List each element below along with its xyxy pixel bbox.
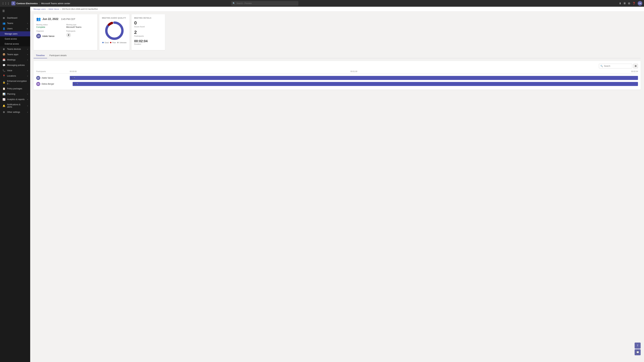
meeting-date: Jun 22, 2022: [42, 17, 58, 21]
bar-icons-debra: 📞 🎤: [74, 83, 78, 85]
search-input[interactable]: [231, 1, 298, 6]
timeline-bar-adele[interactable]: 📞 🎤: [70, 76, 638, 80]
sidebar-label-messaging: Messaging policies: [7, 64, 28, 66]
bar-icons-adele: 📞 🎤: [71, 77, 75, 79]
chevron-down-icon-users: ∨: [27, 28, 28, 30]
organizer-name: Adele Vance: [42, 35, 54, 37]
sidebar-label-enhanced-enc: Enhanced encryption p...: [7, 80, 28, 85]
sidebar-item-analytics[interactable]: 📈 Analytics & reports ›: [0, 97, 30, 102]
sidebar-item-planning[interactable]: 📊 Planning ›: [0, 91, 30, 97]
sidebar-item-teams-apps[interactable]: 📦 Teams apps ›: [0, 52, 30, 57]
sidebar-item-policy-packages[interactable]: 📋 Policy packages: [0, 86, 30, 91]
breadcrumb-user-name[interactable]: Adele Vance: [48, 8, 59, 10]
breadcrumb: Manage users › Adele Vance › 05576c42-08…: [30, 7, 644, 11]
timeline-filter-button[interactable]: ⚙: [633, 64, 638, 68]
help-icon[interactable]: ❓: [632, 2, 636, 5]
app-title: Microsoft Teams admin center: [41, 2, 70, 5]
meeting-icon: 👥: [36, 17, 41, 21]
meeting-details-card: MEETING DETAILS 0 Issues found 2 Partici…: [132, 14, 165, 50]
meeting-summary-header: 👥 Jun 22, 2022 3:45 PM CDT: [36, 17, 94, 21]
tick-0: 00:00:00: [70, 70, 77, 72]
meeting-summary-card: 👥 Jun 22, 2022 3:45 PM CDT Meeting statu…: [34, 14, 97, 50]
sidebar-item-guest-access[interactable]: Guest access: [0, 36, 30, 41]
sidebar-item-notifications[interactable]: 🔔 Notifications & alerts ›: [0, 102, 30, 109]
legend-good: Good: [102, 42, 109, 43]
meeting-time: 3:45 PM CDT: [61, 18, 75, 20]
sidebar-item-users[interactable]: 👤 Users ∨: [0, 26, 30, 31]
good-dot: [102, 42, 104, 43]
tab-timeline[interactable]: Timeline: [34, 53, 47, 58]
participants-detail-count: 2: [134, 30, 162, 35]
sidebar-item-teams[interactable]: 👥 Teams ›: [0, 21, 30, 26]
meetings-icon: 📅: [2, 58, 5, 61]
timeline-toolbar: 🔍 ⚙: [36, 64, 638, 68]
sidebar-item-voice[interactable]: 📞 Voice ›: [0, 68, 30, 73]
organizer-row: AV Adele Vance: [36, 34, 64, 38]
locations-icon: 📍: [2, 75, 5, 77]
hamburger-icon[interactable]: ☰: [0, 8, 30, 14]
chevron-meetings: ›: [27, 59, 28, 61]
sidebar-item-external-access[interactable]: External access: [0, 41, 30, 46]
logo-icon: T: [12, 1, 16, 5]
breadcrumb-manage-users[interactable]: Manage users: [34, 8, 46, 10]
poor-dot: [110, 42, 111, 43]
timeline-grid: Participants 00:00:00 00:01:00 00:02:04 …: [36, 70, 638, 87]
app-logo: T Contoso Electronics: [12, 1, 38, 5]
sidebar-item-meetings[interactable]: 📅 Meetings ›: [0, 57, 30, 62]
legend-unknown: Unknown: [117, 42, 126, 43]
chevron-voice: ›: [27, 70, 28, 71]
other-settings-icon: ⚙: [2, 111, 5, 113]
teams-devices-icon: 🖥: [2, 48, 5, 50]
phone-icon-debra: 📞: [74, 83, 76, 85]
organizer-field: Organizer AV Adele Vance: [36, 30, 64, 38]
sidebar-label-policy-packages: Policy packages: [7, 87, 28, 90]
sidebar-item-enhanced-enc[interactable]: 🔒 Enhanced encryption p...: [0, 79, 30, 86]
topbar-search: 🔍: [231, 1, 298, 6]
company-name: Contoso Electronics: [16, 2, 38, 5]
download-icon[interactable]: ⬇: [619, 2, 621, 5]
participants-detail-row: 2 Participants: [134, 30, 162, 37]
sidebar-item-other-settings[interactable]: ⚙ Other settings ›: [0, 109, 30, 115]
sidebar-item-locations[interactable]: 📍 Locations ›: [0, 73, 30, 79]
user-avatar[interactable]: CA: [638, 1, 642, 6]
participants-col-header: Participants: [36, 70, 70, 72]
breadcrumb-meeting-id: 05576c42-08c3-4568-ab4f-917ab28ef05d: [62, 8, 98, 10]
chevron-teams-devices: ›: [27, 48, 28, 50]
waffle-icon[interactable]: ⋮⋮⋮: [2, 2, 10, 5]
sidebar-label-guest-access: Guest access: [5, 38, 28, 40]
settings-icon[interactable]: ⚙: [628, 2, 630, 5]
sidebar-item-messaging[interactable]: 💬 Messaging policies: [0, 62, 30, 68]
cards-row: 👥 Jun 22, 2022 3:45 PM CDT Meeting statu…: [34, 14, 641, 50]
meeting-type-value: Microsoft Teams: [66, 26, 94, 28]
sidebar-label-teams-apps: Teams apps: [7, 53, 26, 56]
duration-label: Duration: [134, 43, 162, 45]
floating-help-btn-2[interactable]: 💬: [634, 349, 641, 355]
policy-icon: 📋: [2, 87, 5, 90]
screen-icon[interactable]: 🖥: [623, 2, 626, 5]
floating-help-btn-1[interactable]: T: [634, 343, 641, 349]
notifications-icon: 🔔: [2, 104, 5, 107]
timeline-section: 🔍 ⚙ Participants 00:00:00 00:01:00 00:02…: [34, 61, 641, 90]
topbar: ⋮⋮⋮ T Contoso Electronics Microsoft Team…: [0, 0, 644, 7]
mic-icon-adele: 🎤: [73, 77, 75, 79]
main-content: Manage users › Adele Vance › 05576c42-08…: [30, 7, 644, 362]
phone-icon-adele: 📞: [71, 77, 72, 79]
timeline-search-icon: 🔍: [600, 65, 603, 67]
meeting-type-label: Meeting type: [66, 24, 94, 26]
chevron-down-icon: ›: [27, 22, 28, 24]
avatar-adele: AV: [36, 76, 40, 80]
topbar-divider: [39, 2, 40, 5]
timeline-bar-debra[interactable]: 📞 🎤: [72, 82, 638, 86]
encryption-icon: 🔒: [2, 81, 5, 84]
sidebar-item-manage-users[interactable]: Manage users: [0, 31, 30, 36]
app-body: ☰ ⊞ Dashboard 👥 Teams › 👤 Users ∨ Manage…: [0, 7, 644, 362]
sidebar-item-dashboard[interactable]: ⊞ Dashboard: [0, 15, 30, 21]
sidebar-label-notifications: Notifications & alerts: [7, 103, 26, 108]
meeting-fields: Meeting status Complete Meeting type Mic…: [36, 24, 94, 28]
sidebar-item-teams-devices[interactable]: 🖥 Teams devices ›: [0, 46, 30, 52]
timeline-search-input[interactable]: [604, 65, 631, 67]
chevron-other: ›: [27, 111, 28, 113]
tabs-row: Timeline Participant details: [34, 53, 641, 58]
meeting-status-label: Meeting status: [36, 24, 64, 26]
tab-participant-details[interactable]: Participant details: [47, 53, 69, 58]
